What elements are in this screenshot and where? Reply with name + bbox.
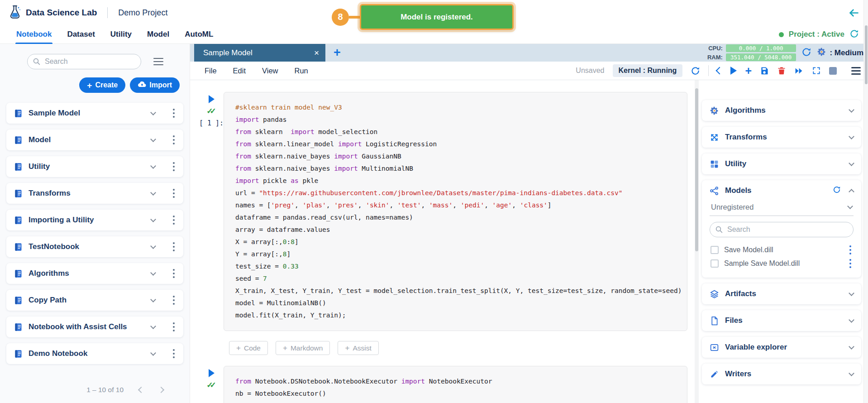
kebab-menu-icon[interactable] bbox=[172, 107, 176, 120]
code-cell-1[interactable]: ✓✓ [ 1 ]: #sklearn train model new_V3imp… bbox=[224, 92, 687, 331]
notebook-list-item[interactable]: Algorithms bbox=[6, 263, 183, 284]
delete-cell-icon[interactable] bbox=[777, 66, 786, 75]
section-models-header[interactable]: Models bbox=[702, 180, 861, 201]
model-checkbox[interactable] bbox=[711, 246, 719, 254]
kebab-menu-icon[interactable] bbox=[172, 268, 176, 280]
chevron-down-icon[interactable] bbox=[150, 190, 156, 196]
nav-tab[interactable]: Model bbox=[146, 25, 170, 44]
kebab-menu-icon[interactable] bbox=[172, 161, 176, 173]
page-scrollbar[interactable] bbox=[863, 0, 868, 403]
chevron-down-icon[interactable] bbox=[150, 297, 156, 302]
restart-kernel-icon[interactable] bbox=[691, 66, 700, 76]
kebab-menu-icon[interactable] bbox=[848, 244, 853, 256]
kebab-menu-icon[interactable] bbox=[172, 294, 176, 307]
chevron-down-icon bbox=[849, 344, 854, 350]
add-cell-icon[interactable]: + bbox=[745, 65, 752, 77]
run-cell-icon[interactable] bbox=[209, 369, 215, 377]
add-cell-button[interactable]: + Code bbox=[229, 341, 268, 355]
refresh-models-icon[interactable] bbox=[833, 186, 841, 196]
menu-item[interactable]: Edit bbox=[233, 67, 246, 75]
scroll-left-icon[interactable] bbox=[717, 68, 722, 73]
section-algorithms-header[interactable]: Algorithms bbox=[702, 100, 861, 121]
notebook-list-item[interactable]: Transforms bbox=[6, 183, 183, 204]
notebook-list-item[interactable]: Demo Notebook bbox=[6, 343, 183, 364]
notebook-editor: ✓✓ [ 1 ]: #sklearn train model new_V3imp… bbox=[190, 80, 695, 403]
chevron-down-icon[interactable] bbox=[150, 323, 156, 329]
close-icon[interactable]: × bbox=[314, 48, 319, 57]
transforms-icon bbox=[710, 133, 719, 142]
kebab-menu-icon[interactable] bbox=[172, 214, 176, 226]
chevron-down-icon[interactable] bbox=[150, 136, 156, 142]
kebab-menu-icon[interactable] bbox=[172, 187, 176, 200]
menu-items: File Edit View Run bbox=[205, 67, 308, 75]
section-variable-explorer-header[interactable]: Variable explorer bbox=[702, 337, 861, 358]
section-transforms-header[interactable]: Transforms bbox=[702, 127, 861, 148]
gear-icon[interactable] bbox=[817, 47, 826, 59]
notebook-list-item[interactable]: Importing a Utility bbox=[6, 210, 183, 230]
save-notebook-icon[interactable] bbox=[760, 66, 769, 75]
kebab-menu-icon[interactable] bbox=[172, 348, 176, 360]
editor-scrollbar[interactable] bbox=[695, 80, 699, 403]
nav-tab[interactable]: AutoML bbox=[184, 25, 214, 44]
hamburger-menu-icon[interactable] bbox=[851, 67, 861, 75]
notebook-list-item[interactable]: Copy Path bbox=[6, 290, 183, 311]
scrollbar-thumb[interactable] bbox=[865, 25, 868, 84]
open-notebook-tab[interactable]: Sample Model × bbox=[194, 44, 325, 62]
code-cell-2[interactable]: ✓✓ from Notebook.DSNotebook.NotebookExec… bbox=[224, 366, 687, 403]
run-cell-icon[interactable] bbox=[730, 67, 737, 75]
page-prev-icon[interactable] bbox=[138, 387, 144, 393]
refresh-project-icon[interactable] bbox=[849, 29, 859, 40]
chevron-down-icon[interactable] bbox=[150, 163, 156, 169]
chevron-down-icon[interactable] bbox=[150, 216, 156, 222]
refresh-resources-icon[interactable] bbox=[801, 47, 811, 59]
sidebar-search-input[interactable] bbox=[27, 54, 141, 69]
menu-item[interactable]: Run bbox=[295, 67, 308, 75]
nav-tab[interactable]: Dataset bbox=[66, 25, 95, 44]
menu-item[interactable]: File bbox=[205, 67, 217, 75]
new-tab-button[interactable]: + bbox=[334, 47, 341, 59]
chevron-down-icon[interactable] bbox=[150, 270, 156, 276]
nav-tab[interactable]: Notebook bbox=[15, 25, 52, 44]
stop-kernel-icon[interactable] bbox=[829, 67, 837, 75]
section-files-header[interactable]: Files bbox=[702, 310, 861, 331]
cell-code[interactable]: from Notebook.DSNotebook.NotebookExecuto… bbox=[235, 375, 676, 400]
kebab-menu-icon[interactable] bbox=[172, 321, 176, 333]
notebook-list-item[interactable]: Utility bbox=[6, 156, 183, 177]
kebab-menu-icon[interactable] bbox=[172, 134, 176, 146]
notebook-icon bbox=[14, 189, 23, 198]
notebook-list-item[interactable]: TestNotebook bbox=[6, 236, 183, 257]
notebook-icon bbox=[14, 216, 23, 225]
kebab-menu-icon[interactable] bbox=[172, 241, 176, 253]
chevron-down-icon[interactable] bbox=[150, 350, 156, 356]
chevron-down-icon[interactable] bbox=[150, 243, 156, 249]
sidebar-menu-icon[interactable] bbox=[152, 57, 165, 67]
fullscreen-icon[interactable] bbox=[812, 66, 821, 75]
chevron-down-icon[interactable] bbox=[150, 110, 156, 115]
cell-code[interactable]: #sklearn train model new_V3import pandas… bbox=[235, 101, 676, 321]
model-row: Save Model.dill bbox=[710, 243, 854, 257]
kebab-menu-icon[interactable] bbox=[848, 258, 853, 270]
import-button[interactable]: Import bbox=[130, 77, 180, 93]
run-all-icon[interactable] bbox=[794, 66, 804, 76]
add-cell-button[interactable]: + Assist bbox=[338, 341, 378, 355]
section-artifacts-header[interactable]: Artifacts bbox=[702, 283, 861, 304]
scrollbar-thumb[interactable] bbox=[695, 88, 698, 251]
create-button[interactable]: + Create bbox=[79, 77, 125, 93]
section-artifacts: Artifacts bbox=[702, 283, 861, 304]
notebook-list-item[interactable]: Notebook with Assist Cells bbox=[6, 317, 183, 337]
back-arrow-icon[interactable] bbox=[848, 7, 860, 21]
model-filter-select[interactable]: Unregistered bbox=[710, 201, 854, 216]
section-writers-header[interactable]: Writers bbox=[702, 364, 861, 384]
add-cell-button[interactable]: + Markdown bbox=[276, 341, 330, 355]
run-cell-icon[interactable] bbox=[209, 95, 215, 103]
divider bbox=[708, 65, 709, 76]
nav-tab[interactable]: Utility bbox=[110, 25, 133, 44]
page-next-icon[interactable] bbox=[158, 387, 164, 393]
models-search-input[interactable] bbox=[710, 222, 854, 237]
menu-item[interactable]: View bbox=[262, 67, 278, 75]
notebook-list-item[interactable]: Model bbox=[6, 130, 183, 150]
sidebar-pagination: 1 – 10 of 10 bbox=[6, 379, 183, 403]
section-utility-header[interactable]: Utility bbox=[702, 154, 861, 174]
model-checkbox[interactable] bbox=[711, 259, 719, 268]
notebook-list-item[interactable]: Sample Model bbox=[6, 103, 183, 124]
